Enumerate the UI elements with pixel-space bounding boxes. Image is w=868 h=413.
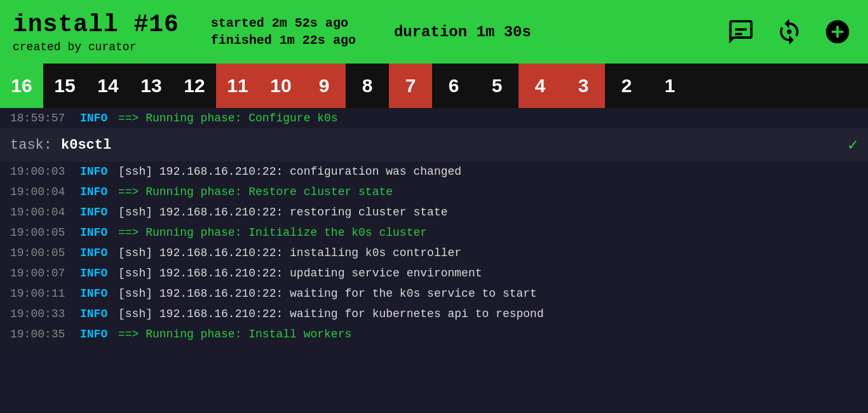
step-tab-13[interactable]: 13 [130,64,173,108]
step-tab-6[interactable]: 6 [432,64,475,108]
log-msg: ==> Running phase: Configure k0s [118,112,338,125]
log-time: 19:00:04 [10,186,80,198]
comment-button[interactable] [723,14,759,50]
step-tab-15[interactable]: 15 [43,64,86,108]
step-tab-9[interactable]: 9 [302,64,346,108]
log-level: INFO [80,226,118,239]
log-line: 19:00:11INFO[ssh] 192.168.16.210:22: wai… [0,283,868,304]
header-icons [723,14,855,50]
log-level: INFO [80,267,118,280]
step-tab-7[interactable]: 7 [389,64,432,108]
step-tab-2[interactable]: 2 [605,64,648,108]
log-level: INFO [80,308,118,320]
step-tab-5[interactable]: 5 [475,64,519,108]
log-msg: [ssh] 192.168.16.210:22: restoring clust… [118,206,447,219]
log-time: 19:00:35 [10,328,80,341]
refresh-icon [775,18,803,46]
finished-time: finished 1m 22s ago [211,33,356,48]
step-tab-14[interactable]: 14 [86,64,130,108]
log-time: 19:00:03 [10,165,80,178]
log-area: 18:59:57INFO==> Running phase: Configure… [0,108,868,413]
log-msg: ==> Running phase: Install workers [118,328,351,341]
log-time: 19:00:33 [10,308,80,320]
log-level: INFO [80,287,118,300]
log-line: 19:00:33INFO[ssh] 192.168.16.210:22: wai… [0,304,868,324]
log-level: INFO [80,186,118,198]
log-level: INFO [80,165,118,178]
header: install #16 created by curator started 2… [0,0,868,64]
started-time: started 2m 52s ago [211,16,356,30]
task-check-icon: ✓ [848,135,858,155]
log-msg: ==> Running phase: Initialize the k0s cl… [118,226,427,239]
log-line: 19:00:07INFO[ssh] 192.168.16.210:22: upd… [0,263,868,283]
log-time: 18:59:57 [10,112,80,125]
step-tab-10[interactable]: 10 [259,64,302,108]
comment-icon [727,18,755,46]
step-tab-1[interactable]: 1 [648,64,691,108]
log-time: 19:00:11 [10,287,80,300]
task-name: k0sctl [61,137,848,153]
log-msg: [ssh] 192.168.16.210:22: installing k0s … [118,247,461,259]
log-line: 19:00:35INFO==> Running phase: Install w… [0,324,868,344]
log-level: INFO [80,206,118,219]
step-tab-8[interactable]: 8 [346,64,389,108]
step-tab-16[interactable]: 16 [0,64,43,108]
log-msg: [ssh] 192.168.16.210:22: waiting for the… [118,287,537,300]
log-msg: ==> Running phase: Restore cluster state [118,186,393,198]
duration: duration 1m 30s [394,24,531,41]
log-time: 19:00:07 [10,267,80,280]
header-times: started 2m 52s ago finished 1m 22s ago [211,16,356,48]
log-level: INFO [80,112,118,125]
log-line: 19:00:04INFO==> Running phase: Restore c… [0,182,868,202]
refresh-button[interactable] [771,14,807,50]
step-tab-4[interactable]: 4 [519,64,562,108]
step-tab-3[interactable]: 3 [562,64,605,108]
steps-bar: 16151413121110987654321 [0,64,868,108]
log-line: 19:00:04INFO[ssh] 192.168.16.210:22: res… [0,202,868,222]
step-tab-12[interactable]: 12 [173,64,216,108]
log-line: 19:00:05INFO==> Running phase: Initializ… [0,222,868,243]
task-header: task:k0sctl✓ [0,128,868,161]
log-line: 19:00:05INFO[ssh] 192.168.16.210:22: ins… [0,243,868,263]
log-time: 19:00:05 [10,226,80,239]
task-label: task: [10,137,61,153]
page-title: install #16 [13,11,179,38]
add-icon [824,18,851,46]
log-line: 19:00:03INFO[ssh] 192.168.16.210:22: con… [0,161,868,182]
log-time: 19:00:04 [10,206,80,219]
header-title-block: install #16 created by curator [13,11,179,53]
log-level: INFO [80,247,118,259]
log-msg: [ssh] 192.168.16.210:22: updating servic… [118,267,482,280]
svg-point-0 [787,29,791,34]
step-tab-11[interactable]: 11 [216,64,259,108]
created-by: created by curator [13,41,179,53]
log-time: 19:00:05 [10,247,80,259]
log-msg: [ssh] 192.168.16.210:22: waiting for kub… [118,308,544,320]
log-msg: [ssh] 192.168.16.210:22: configuration w… [118,165,461,178]
log-line: 18:59:57INFO==> Running phase: Configure… [0,108,868,128]
log-level: INFO [80,328,118,341]
add-button[interactable] [820,14,855,50]
